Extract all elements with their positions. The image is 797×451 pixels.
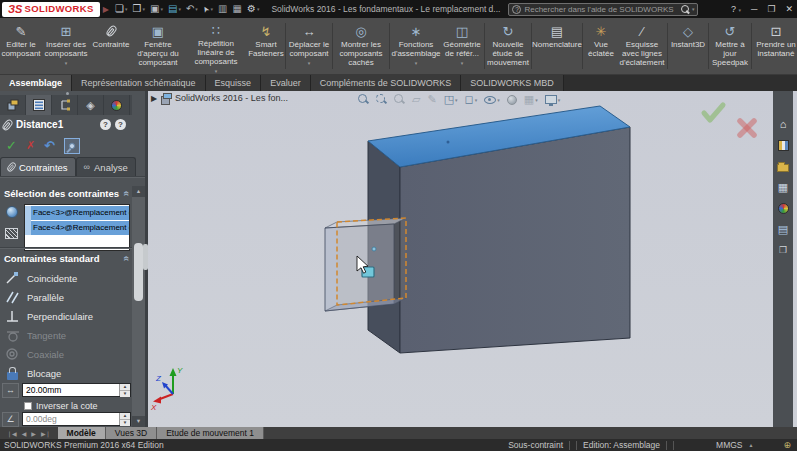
close-button[interactable]: ✕ xyxy=(785,4,793,14)
panel-scrollbar[interactable]: ▲ ▼ xyxy=(132,186,145,427)
previous-view-button[interactable] xyxy=(394,94,405,105)
edit-appearance-button[interactable] xyxy=(507,95,517,105)
flip-dimension-label[interactable]: Inverser la cote xyxy=(36,401,98,411)
explode-line-sketch-button[interactable]: ∕ Esquisse avec lignes d'éclatement xyxy=(618,18,666,74)
mate-perpendicular-button[interactable]: Perpendiculaire xyxy=(0,307,132,325)
highlighted-face-outline[interactable] xyxy=(337,218,406,305)
confirm-cancel-x[interactable] xyxy=(740,121,754,135)
reference-geometry-button[interactable]: ◫ Géométrie de référ...▾ xyxy=(441,18,483,74)
bill-of-materials-button[interactable]: ▤ Nomenclature xyxy=(533,18,581,74)
tab-vues-3d[interactable]: Vues 3D xyxy=(106,427,157,439)
smart-fasteners-button[interactable]: ↯ Smart Fasteners xyxy=(248,18,284,74)
smart-mate-button[interactable] xyxy=(3,203,20,220)
minimize-button[interactable]: ─ xyxy=(751,4,757,14)
keep-visible-pin-button[interactable] xyxy=(64,138,80,154)
help-button[interactable]: ? ▾ xyxy=(731,4,741,14)
tab-configuration-manager[interactable] xyxy=(52,95,78,115)
instant3d-button[interactable]: ◇ Instant3D xyxy=(669,18,707,74)
document-flyout-tab[interactable]: SolidWorks 2016 - Les fon... xyxy=(161,93,288,103)
tab-modele[interactable]: Modèle xyxy=(58,427,106,439)
tab-solidworks-mbd[interactable]: SOLIDWORKS MBD xyxy=(461,75,564,91)
ok-check-button[interactable]: ✓ xyxy=(6,138,17,153)
angle-spinner[interactable]: ▲▼ xyxy=(119,413,130,425)
view-orientation-button[interactable]: ◳▾ xyxy=(444,94,458,105)
undo-button[interactable]: ↶ xyxy=(44,138,55,153)
display-style-button[interactable]: ◻▾ xyxy=(465,94,478,105)
zoom-to-area-button[interactable] xyxy=(376,94,387,105)
tab-assemblage[interactable]: Assemblage xyxy=(0,75,72,91)
resources-home-button[interactable]: ⌂ xyxy=(775,117,791,131)
edit-component-button[interactable]: ✎ Editer le composant xyxy=(0,18,42,74)
update-speedpak-button[interactable]: ↺ Mettre à jour Speedpak xyxy=(710,18,750,74)
face-selection-button[interactable] xyxy=(3,225,20,242)
tab-etude-de-mouvement[interactable]: Etude de mouvement 1 xyxy=(157,427,264,439)
first-tab-button[interactable]: ❘◀ xyxy=(7,430,17,437)
mate-parallel-button[interactable]: Parallèle xyxy=(0,288,132,306)
help-search-box[interactable]: ? ▾ xyxy=(508,3,698,16)
tab-analyse[interactable]: ∞ Analyse xyxy=(76,157,136,176)
apply-scene-button[interactable]: ▦▾ xyxy=(524,94,538,105)
insert-components-button[interactable]: ⊞ Insérer des composants▾ xyxy=(42,18,90,74)
take-snapshot-button[interactable]: ⊡ Prendre un instantané xyxy=(753,18,797,74)
linear-pattern-button[interactable]: ∷ Répétition linéaire de composants▾ xyxy=(184,18,248,74)
tab-evaluer[interactable]: Evaluer xyxy=(261,75,311,91)
exploded-view-button[interactable]: ✳ Vue éclatée xyxy=(584,18,618,74)
zoom-to-fit-button[interactable] xyxy=(358,94,369,105)
graphics-viewport[interactable]: X Y Z ▶ SolidWorks 2016 - Les fon... ▱ ✎… xyxy=(148,91,797,427)
search-input[interactable] xyxy=(524,5,677,14)
last-tab-button[interactable]: ▶❘ xyxy=(41,430,51,437)
appearances-button[interactable] xyxy=(775,201,791,215)
mate-selections-section-header[interactable]: Sélection des contraintes « xyxy=(4,187,130,200)
scroll-up-button[interactable]: ▲ xyxy=(132,186,145,197)
help-icon[interactable]: ? xyxy=(115,119,126,130)
component-preview-window-button[interactable]: ▣ Fenêtre d'aperçu du composant xyxy=(132,18,184,74)
units-selector[interactable]: MMGS xyxy=(716,440,742,450)
mate-button[interactable]: Contrainte xyxy=(90,18,132,74)
tab-representation-schematique[interactable]: Représentation schématique xyxy=(72,75,206,91)
mate-tangent-button[interactable]: Tangente xyxy=(0,326,132,344)
mate-lock-button[interactable]: Blocage xyxy=(0,364,132,382)
tab-property-manager[interactable] xyxy=(26,95,52,115)
cancel-x-button[interactable]: ✗ xyxy=(26,139,35,152)
selected-face-item[interactable]: Face<3>@Remplacement de c xyxy=(31,206,130,220)
move-component-button[interactable]: ↔ Déplacer le composant▾ xyxy=(287,18,331,74)
options-button[interactable]: ⚙▾ xyxy=(245,1,261,17)
rebuild-button[interactable]: ▥ xyxy=(216,1,229,17)
undo-button[interactable]: ↶▾ xyxy=(184,1,200,17)
scrollbar-thumb[interactable] xyxy=(134,243,143,301)
select-button[interactable]: ➤▾ xyxy=(201,1,215,17)
mate-coincident-button[interactable]: Coincidente xyxy=(0,269,132,287)
angle-icon[interactable]: ∠ xyxy=(2,412,19,427)
search-options-arrow-icon[interactable]: ▾ xyxy=(692,6,695,12)
distance-input[interactable]: 20.00mm ▲▼ xyxy=(22,383,131,397)
scroll-down-button[interactable]: ▼ xyxy=(132,416,145,427)
new-motion-study-button[interactable]: ↻ Nouvelle étude de mouvement xyxy=(486,18,530,74)
annotation-view-button[interactable]: ✎ xyxy=(427,94,436,105)
pane-windows-button[interactable]: ❐ xyxy=(775,243,791,257)
distance-spinner[interactable]: ▲▼ xyxy=(119,384,130,396)
mate-concentric-button[interactable]: Coaxiale xyxy=(0,345,132,363)
pin-help-icon[interactable]: ? xyxy=(100,119,111,130)
globe-icon[interactable]: ⊕ xyxy=(783,440,791,450)
distance-icon[interactable]: ↔ xyxy=(2,383,19,398)
print-button[interactable]: ▤▾ xyxy=(166,1,183,17)
section-view-button[interactable]: ▱ xyxy=(412,94,420,105)
view-palette-button[interactable]: ▦ xyxy=(775,180,791,194)
tab-complements-solidworks[interactable]: Compléments de SOLIDWORKS xyxy=(311,75,462,91)
search-icon[interactable] xyxy=(681,5,689,13)
selected-face-item[interactable]: Face<4>@Remplacement de c xyxy=(31,221,130,235)
new-document-button[interactable]: ❏▾ xyxy=(113,1,129,17)
tab-contraintes[interactable]: Contraintes xyxy=(0,157,76,176)
hide-show-items-button[interactable]: ▾ xyxy=(484,96,500,104)
open-document-button[interactable]: ❒▾ xyxy=(131,1,147,17)
file-explorer-button[interactable] xyxy=(775,159,791,173)
flip-dimension-checkbox[interactable] xyxy=(24,402,32,410)
file-properties-button[interactable]: ▦ xyxy=(231,1,244,17)
next-tab-button[interactable]: ▶ xyxy=(31,430,36,437)
tab-feature-manager[interactable] xyxy=(0,95,26,115)
tab-esquisse[interactable]: Esquisse xyxy=(206,75,262,91)
flyout-tree-arrow-icon[interactable]: ▶ xyxy=(151,94,157,103)
standard-mates-section-header[interactable]: Contraintes standard « xyxy=(4,252,130,265)
design-library-button[interactable] xyxy=(775,138,791,152)
custom-properties-button[interactable]: ▤ xyxy=(775,222,791,236)
